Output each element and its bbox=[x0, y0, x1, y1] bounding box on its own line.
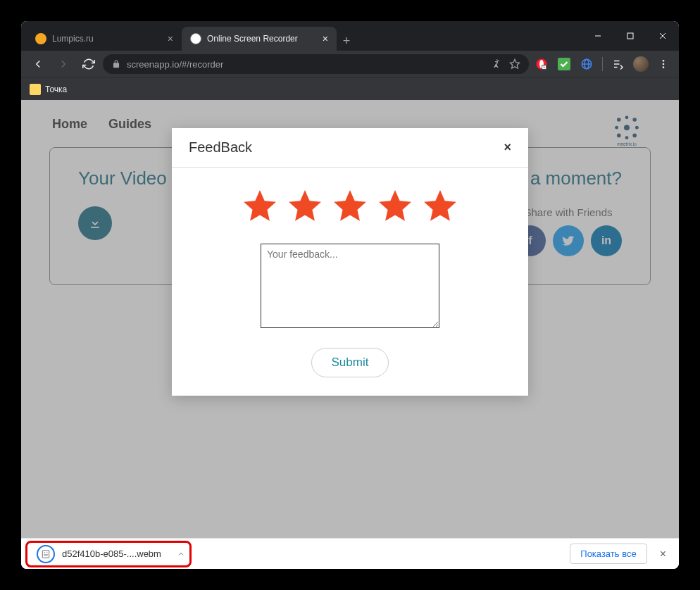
svg-point-17 bbox=[663, 63, 665, 65]
tab-strip: Lumpics.ru × Online Screen Recorder × + bbox=[21, 21, 582, 51]
profile-avatar[interactable] bbox=[631, 54, 651, 74]
minimize-button[interactable] bbox=[582, 21, 614, 51]
star-rating bbox=[189, 189, 511, 224]
show-all-button[interactable]: Показать все bbox=[570, 544, 646, 564]
svg-marker-32 bbox=[379, 190, 411, 221]
close-icon[interactable]: × bbox=[323, 33, 328, 44]
svg-point-36 bbox=[46, 552, 47, 553]
browser-window: Lumpics.ru × Online Screen Recorder × + … bbox=[21, 21, 679, 569]
url-text: screenapp.io/#/recorder bbox=[127, 59, 223, 70]
folder-icon bbox=[30, 84, 41, 95]
reading-list-icon[interactable] bbox=[608, 54, 628, 74]
svg-marker-4 bbox=[510, 59, 519, 68]
svg-marker-29 bbox=[244, 190, 276, 221]
close-icon[interactable]: × bbox=[504, 140, 511, 155]
star-icon[interactable] bbox=[509, 58, 520, 70]
separator bbox=[602, 57, 603, 71]
address-bar[interactable]: screenapp.io/#/recorder bbox=[103, 54, 529, 74]
tab-title: Lumpics.ru bbox=[52, 34, 94, 44]
lock-icon bbox=[111, 59, 121, 69]
svg-point-35 bbox=[44, 552, 45, 553]
submit-button[interactable]: Submit bbox=[311, 348, 389, 377]
star-5[interactable] bbox=[423, 189, 458, 224]
titlebar: Lumpics.ru × Online Screen Recorder × + bbox=[21, 21, 679, 51]
translate-icon[interactable] bbox=[491, 58, 502, 70]
star-2[interactable] bbox=[287, 189, 323, 224]
svg-point-18 bbox=[663, 66, 665, 68]
forward-button[interactable] bbox=[52, 53, 75, 75]
star-3[interactable] bbox=[332, 189, 368, 224]
extension-globe-icon[interactable] bbox=[577, 54, 596, 74]
tab-title: Online Screen Recorder bbox=[207, 34, 298, 44]
extension-check-icon[interactable] bbox=[554, 54, 574, 74]
chevron-up-icon[interactable] bbox=[177, 550, 185, 558]
feedback-input[interactable] bbox=[261, 244, 439, 328]
menu-button[interactable] bbox=[654, 54, 673, 74]
feedback-modal: FeedBack × Submit bbox=[172, 128, 528, 396]
svg-marker-30 bbox=[289, 190, 321, 221]
svg-rect-1 bbox=[627, 33, 633, 39]
download-filename: d52f410b-e085-....webm bbox=[62, 548, 161, 559]
svg-marker-31 bbox=[334, 190, 366, 221]
new-tab-button[interactable]: + bbox=[337, 31, 356, 51]
file-icon bbox=[37, 545, 55, 563]
window-controls bbox=[582, 21, 679, 51]
tab-lumpics[interactable]: Lumpics.ru × bbox=[27, 27, 182, 51]
star-1[interactable] bbox=[242, 189, 277, 224]
back-button[interactable] bbox=[27, 53, 49, 75]
bookmark-item[interactable]: Точка bbox=[45, 84, 67, 94]
download-item[interactable]: d52f410b-e085-....webm bbox=[30, 541, 192, 567]
svg-text:1: 1 bbox=[543, 65, 545, 69]
toolbar: screenapp.io/#/recorder 1 bbox=[21, 51, 679, 77]
bookmarks-bar: Точка bbox=[21, 77, 679, 100]
star-4[interactable] bbox=[377, 189, 413, 224]
downloads-bar: d52f410b-e085-....webm Показать все × bbox=[21, 538, 679, 569]
close-icon[interactable]: × bbox=[168, 33, 173, 44]
page-content: Home Guides meetrix.io Your Video is re … bbox=[21, 100, 679, 538]
favicon-icon bbox=[190, 33, 201, 44]
extension-opera-icon[interactable]: 1 bbox=[532, 54, 551, 74]
modal-title: FeedBack bbox=[189, 139, 252, 156]
svg-marker-33 bbox=[424, 190, 456, 221]
close-icon[interactable]: × bbox=[656, 548, 670, 560]
close-button[interactable] bbox=[646, 21, 679, 51]
favicon-icon bbox=[35, 33, 46, 44]
svg-point-16 bbox=[663, 60, 665, 62]
reload-button[interactable] bbox=[77, 53, 100, 75]
svg-rect-34 bbox=[42, 550, 49, 558]
maximize-button[interactable] bbox=[614, 21, 646, 51]
tab-screenapp[interactable]: Online Screen Recorder × bbox=[182, 27, 337, 51]
